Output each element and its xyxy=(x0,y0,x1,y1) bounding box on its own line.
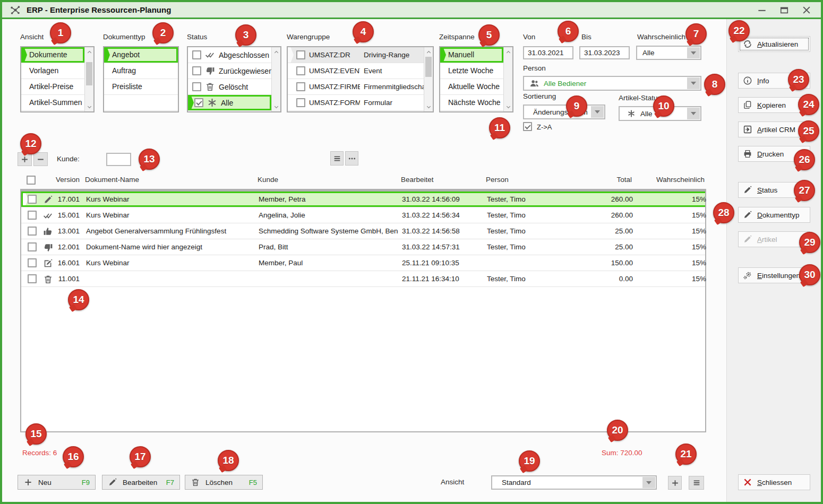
dokumenttyp-item-empty xyxy=(104,95,178,111)
ansicht-item-dokumente[interactable]: Dokumente xyxy=(21,47,84,63)
bis-date-input[interactable] xyxy=(579,46,630,59)
warengruppe-item-firmen[interactable]: UMSATZ:FIRMEN Firmenmitgliedschaft xyxy=(288,79,424,95)
cell-kunde: Schmedding Software Systeme GmbH, Bene xyxy=(259,223,398,239)
scroll-thumb[interactable] xyxy=(425,57,432,77)
view-preset-dropdown[interactable]: Standard xyxy=(491,475,657,490)
table-row[interactable]: 11.001 21.11.21 16:34:10 Tester, Timo 0.… xyxy=(21,271,705,287)
column-header-kunde[interactable]: Kunde xyxy=(258,176,278,184)
add-view-button[interactable] xyxy=(668,476,682,490)
scroll-up-icon[interactable] xyxy=(504,48,512,56)
cell-total: 150.00 xyxy=(579,255,633,271)
dokumenttyp-item-angebot[interactable]: Angebot xyxy=(104,47,178,63)
column-header-wahrscheinlich[interactable]: Wahrscheinlich xyxy=(646,176,705,184)
scroll-down-icon[interactable] xyxy=(504,103,512,110)
warengruppe-checkbox[interactable] xyxy=(296,50,305,59)
dropdown-arrow-icon[interactable] xyxy=(687,77,700,89)
warengruppe-item-dr[interactable]: UMSATZ:DR Driving-Range xyxy=(288,47,424,63)
warengruppe-item-formular[interactable]: UMSATZ:FORMULAR Formular xyxy=(288,95,424,111)
remove-row-button[interactable] xyxy=(33,152,48,166)
annotation-badge-1: 1 xyxy=(50,22,71,44)
sort-desc-checkbox[interactable] xyxy=(523,122,532,131)
cell-dokument-name: Kurs Webinar xyxy=(86,255,256,271)
minimize-button[interactable] xyxy=(754,4,770,16)
view-menu-button[interactable] xyxy=(689,476,704,490)
status-scrollbar[interactable] xyxy=(271,47,280,111)
maximize-button[interactable] xyxy=(776,4,792,16)
loeschen-button[interactable]: Löschen F5 xyxy=(185,475,263,490)
neu-button[interactable]: Neu F9 xyxy=(18,475,96,490)
more-options-button[interactable] xyxy=(345,151,358,166)
dokumenttyp-item-auftrag[interactable]: Auftrag xyxy=(104,63,178,79)
status-item-zurueckgewiesen[interactable]: Zurückgewiesen xyxy=(188,63,271,79)
zeitspanne-item-naechste-woche[interactable]: Nächste Woche xyxy=(440,95,503,111)
row-checkbox[interactable] xyxy=(28,195,37,204)
status-checkbox[interactable] xyxy=(192,66,201,75)
table-row[interactable]: 12.001 Dokument-Name wird hier angezeigt… xyxy=(21,239,705,255)
row-checkbox[interactable] xyxy=(28,274,37,283)
ansicht-item-vorlagen[interactable]: Vorlagen xyxy=(21,63,84,79)
zeitspanne-item-letzte-woche[interactable]: Letzte Woche xyxy=(440,63,503,79)
dropdown-arrow-icon[interactable] xyxy=(687,108,700,119)
aktualisieren-button[interactable]: Aktualisieren xyxy=(738,36,810,52)
list-view-button[interactable] xyxy=(330,151,344,166)
zeitspanne-list: Manuell Letzte Woche Aktuelle Woche Näch… xyxy=(439,46,513,112)
warengruppe-scrollbar[interactable] xyxy=(424,47,433,111)
dropdown-arrow-icon[interactable] xyxy=(591,106,604,118)
annotation-badge-5: 5 xyxy=(478,24,500,46)
status-item-geloescht[interactable]: Gelöscht xyxy=(188,79,271,95)
warengruppe-item-event[interactable]: UMSATZ:EVENT Event xyxy=(288,63,424,79)
status-checkbox[interactable] xyxy=(194,98,203,107)
table-row[interactable]: 16.001 Kurs Webinar Member, Paul 25.11.2… xyxy=(21,255,705,271)
column-header-dokument-name[interactable]: Dokument-Name xyxy=(85,176,139,184)
annotation-badge-8: 8 xyxy=(704,74,725,95)
dokumenttyp-item-preisliste[interactable]: Preisliste xyxy=(104,79,178,95)
column-header-person[interactable]: Person xyxy=(486,176,509,184)
ansicht-scrollbar[interactable] xyxy=(84,47,93,111)
zeitspanne-scrollbar[interactable] xyxy=(503,47,512,111)
status-checkbox[interactable] xyxy=(192,82,201,91)
scroll-down-icon[interactable] xyxy=(85,103,93,110)
scroll-down-icon[interactable] xyxy=(425,103,432,110)
table-row[interactable]: 13.001 Angebot Generalversammlung Frühli… xyxy=(21,223,705,239)
bearbeiten-button[interactable]: Bearbeiten F7 xyxy=(102,475,180,490)
von-date-input[interactable] xyxy=(523,46,573,59)
column-header-version[interactable]: Version xyxy=(52,176,80,184)
zeitspanne-item-manuell[interactable]: Manuell xyxy=(440,47,503,63)
status-item-abgeschlossen[interactable]: Abgeschlossen xyxy=(188,47,271,63)
dokumenttyp-button[interactable]: Dokumenttyp xyxy=(738,207,810,223)
annotation-badge-30: 30 xyxy=(799,264,820,285)
person-dropdown[interactable]: Alle Bediener xyxy=(523,76,701,91)
warengruppe-checkbox[interactable] xyxy=(296,98,305,107)
status-checkbox[interactable] xyxy=(192,50,201,59)
status-item-alle[interactable]: Alle xyxy=(188,95,271,111)
scroll-up-icon[interactable] xyxy=(425,48,432,56)
close-button[interactable] xyxy=(799,4,815,16)
wahrscheinlich-dropdown[interactable]: Alle xyxy=(636,46,701,60)
row-checkbox[interactable] xyxy=(28,242,37,251)
zeitspanne-item-aktuelle-woche[interactable]: Aktuelle Woche xyxy=(440,79,503,95)
warengruppe-checkbox[interactable] xyxy=(296,66,305,75)
kunde-filter-input[interactable] xyxy=(106,153,131,166)
dropdown-arrow-icon[interactable] xyxy=(687,47,700,58)
row-checkbox[interactable] xyxy=(28,211,37,220)
dropdown-arrow-icon[interactable] xyxy=(642,477,655,488)
ansicht-item-artikel-summen[interactable]: Artikel-Summen xyxy=(21,95,84,111)
scroll-up-icon[interactable] xyxy=(272,48,280,56)
scroll-down-icon[interactable] xyxy=(272,103,280,110)
ansicht-item-artikel-preise[interactable]: Artikel-Preise xyxy=(21,79,84,95)
row-checkbox[interactable] xyxy=(28,227,37,236)
warengruppe-label: Warengruppe xyxy=(287,33,330,41)
warengruppe-checkbox[interactable] xyxy=(296,82,305,91)
table-row[interactable]: 15.001 Kurs Webinar Angelina, Jolie 31.0… xyxy=(21,207,705,223)
scroll-up-icon[interactable] xyxy=(85,48,93,56)
scroll-thumb[interactable] xyxy=(86,62,92,85)
table-row[interactable]: 17.001 Kurs Webinar Member, Petra 31.03.… xyxy=(21,192,705,207)
column-header-total[interactable]: Total xyxy=(579,176,632,184)
minimize-icon xyxy=(757,5,767,15)
cell-wahrscheinlich: 15% xyxy=(661,271,706,287)
select-all-checkbox[interactable] xyxy=(27,176,36,185)
sortierung-dropdown[interactable]: Änderungsdatum xyxy=(523,105,605,119)
schliessen-button[interactable]: Schliessen xyxy=(738,474,810,490)
column-header-bearbeitet[interactable]: Bearbeitet xyxy=(401,176,434,184)
row-checkbox[interactable] xyxy=(28,258,37,267)
